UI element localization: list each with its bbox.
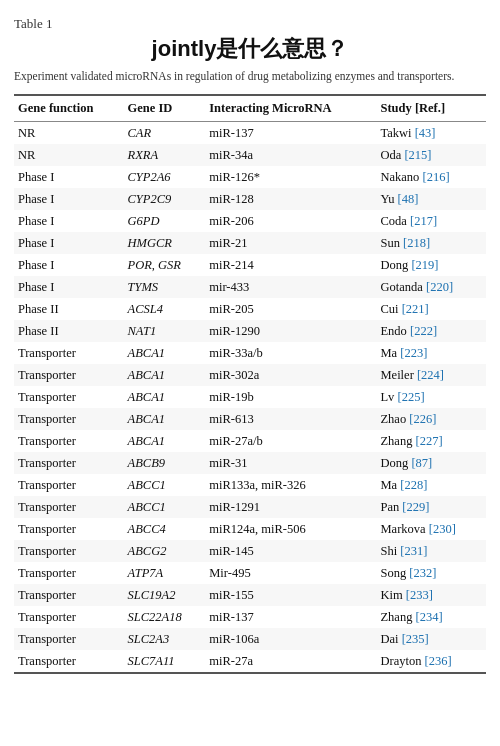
cell-gene-function: Transporter [14,518,124,540]
ref-link[interactable]: [220] [426,280,453,294]
ref-link[interactable]: [223] [400,346,427,360]
cell-study: Lv [225] [376,386,486,408]
ref-link[interactable]: [219] [411,258,438,272]
table-row: Transporter ABCA1 miR-613 Zhao [226] [14,408,486,430]
cell-gene-function: Phase II [14,320,124,342]
cell-study: Shi [231] [376,540,486,562]
cell-microrna: miR-31 [205,452,376,474]
page-title: jointly是什么意思？ [14,34,486,64]
cell-microrna: mir-433 [205,276,376,298]
ref-link[interactable]: [224] [417,368,444,382]
ref-link[interactable]: [233] [406,588,433,602]
cell-study: Takwi [43] [376,122,486,145]
table-row: NR RXRA miR-34a Oda [215] [14,144,486,166]
cell-gene-function: Transporter [14,562,124,584]
table-row: Transporter SLC22A18 miR-137 Zhang [234] [14,606,486,628]
cell-gene-id: ABCA1 [124,342,206,364]
table-row: Phase I CYP2C9 miR-128 Yu [48] [14,188,486,210]
table-row: Transporter ABCA1 miR-27a/b Zhang [227] [14,430,486,452]
cell-study: Pan [229] [376,496,486,518]
cell-gene-id: NAT1 [124,320,206,342]
col-gene-function: Gene function [14,95,124,122]
cell-gene-function: Transporter [14,408,124,430]
ref-link[interactable]: [227] [416,434,443,448]
cell-microrna: miR-27a [205,650,376,673]
cell-study: Kim [233] [376,584,486,606]
cell-gene-id: SLC19A2 [124,584,206,606]
cell-gene-id: POR, GSR [124,254,206,276]
cell-gene-function: Phase I [14,232,124,254]
cell-microrna: miR133a, miR-326 [205,474,376,496]
cell-gene-id: ABCA1 [124,430,206,452]
ref-link[interactable]: [226] [409,412,436,426]
cell-microrna: miR-34a [205,144,376,166]
cell-gene-id: ABCA1 [124,364,206,386]
cell-microrna: miR-33a/b [205,342,376,364]
ref-link[interactable]: [225] [398,390,425,404]
col-interacting-microrna: Interacting MicroRNA [205,95,376,122]
ref-link[interactable]: [228] [400,478,427,492]
table-row: Transporter ABCG2 miR-145 Shi [231] [14,540,486,562]
cell-gene-function: NR [14,144,124,166]
ref-link[interactable]: [216] [422,170,449,184]
ref-link[interactable]: [48] [398,192,419,206]
cell-microrna: miR-106a [205,628,376,650]
table-row: Transporter ABCB9 miR-31 Dong [87] [14,452,486,474]
table-row: Transporter SLC19A2 miR-155 Kim [233] [14,584,486,606]
cell-microrna: Mir-495 [205,562,376,584]
ref-link[interactable]: [231] [400,544,427,558]
ref-link[interactable]: [236] [425,654,452,668]
cell-gene-function: Phase I [14,276,124,298]
table-row: Phase II NAT1 miR-1290 Endo [222] [14,320,486,342]
cell-gene-function: Transporter [14,628,124,650]
table-row: Transporter SLC2A3 miR-106a Dai [235] [14,628,486,650]
cell-gene-function: Transporter [14,650,124,673]
ref-link[interactable]: [230] [429,522,456,536]
ref-link[interactable]: [235] [402,632,429,646]
cell-microrna: miR-302a [205,364,376,386]
cell-microrna: miR-126* [205,166,376,188]
ref-link[interactable]: [43] [415,126,436,140]
cell-gene-function: Phase I [14,254,124,276]
cell-microrna: miR-137 [205,122,376,145]
cell-study: Dong [87] [376,452,486,474]
cell-gene-id: ABCC1 [124,474,206,496]
ref-link[interactable]: [87] [411,456,432,470]
cell-gene-function: Phase I [14,188,124,210]
cell-gene-id: CYP2C9 [124,188,206,210]
cell-study: Markova [230] [376,518,486,540]
ref-link[interactable]: [221] [402,302,429,316]
cell-study: Yu [48] [376,188,486,210]
table-row: Phase II ACSL4 miR-205 Cui [221] [14,298,486,320]
cell-gene-function: Phase I [14,166,124,188]
cell-gene-id: SLC22A18 [124,606,206,628]
cell-microrna: miR-613 [205,408,376,430]
table-row: Transporter ABCC4 miR124a, miR-506 Marko… [14,518,486,540]
table-row: Phase I POR, GSR miR-214 Dong [219] [14,254,486,276]
ref-link[interactable]: [229] [402,500,429,514]
ref-link[interactable]: [215] [404,148,431,162]
ref-link[interactable]: [222] [410,324,437,338]
cell-gene-function: Transporter [14,606,124,628]
ref-link[interactable]: [234] [416,610,443,624]
table-row: Phase I G6PD miR-206 Coda [217] [14,210,486,232]
cell-gene-id: RXRA [124,144,206,166]
cell-gene-id: ABCB9 [124,452,206,474]
cell-microrna: miR124a, miR-506 [205,518,376,540]
cell-gene-id: ABCG2 [124,540,206,562]
cell-microrna: miR-1290 [205,320,376,342]
ref-link[interactable]: [217] [410,214,437,228]
table-row: Transporter ABCA1 miR-302a Meiler [224] [14,364,486,386]
ref-link[interactable]: [232] [409,566,436,580]
cell-gene-id: CAR [124,122,206,145]
cell-gene-id: ABCC1 [124,496,206,518]
cell-study: Ma [228] [376,474,486,496]
ref-link[interactable]: [218] [403,236,430,250]
cell-microrna: miR-214 [205,254,376,276]
cell-study: Oda [215] [376,144,486,166]
cell-study: Coda [217] [376,210,486,232]
cell-gene-function: Transporter [14,342,124,364]
cell-gene-function: Transporter [14,430,124,452]
cell-gene-function: NR [14,122,124,145]
col-gene-id: Gene ID [124,95,206,122]
